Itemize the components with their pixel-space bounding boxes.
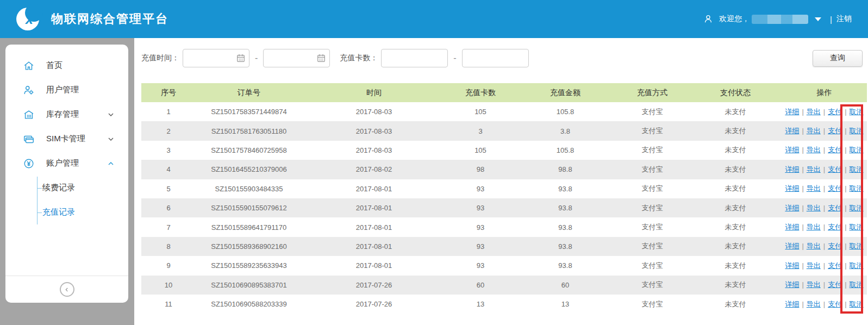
- calendar-icon[interactable]: [316, 53, 327, 64]
- caret-down-icon[interactable]: [815, 17, 821, 21]
- action-export-link[interactable]: 导出: [807, 146, 821, 154]
- cell-method: 支付宝: [615, 160, 689, 179]
- action-export-link[interactable]: 导出: [807, 108, 821, 116]
- card-count-to-input[interactable]: [462, 49, 529, 67]
- action-export-link[interactable]: 导出: [807, 280, 821, 289]
- action-detail-link[interactable]: 详细: [785, 108, 799, 116]
- action-detail-link[interactable]: 详细: [785, 300, 799, 308]
- action-pay-link[interactable]: 支付: [828, 223, 842, 231]
- action-cancel-link[interactable]: 取消: [850, 108, 864, 116]
- cell-card-count: 93: [446, 237, 515, 256]
- recharge-records-table: 序号 订单号 时间 充值卡数 充值金额 充值方式 支付状态 操作 1 SZ150…: [141, 83, 867, 314]
- action-export-link[interactable]: 导出: [807, 165, 821, 173]
- query-button[interactable]: 查询: [813, 50, 863, 67]
- count-range-separator: -: [453, 53, 456, 63]
- action-cancel-link[interactable]: 取消: [850, 146, 864, 154]
- home-icon: [23, 60, 35, 72]
- action-detail-link[interactable]: 详细: [785, 242, 799, 250]
- sidebar-item-account-management[interactable]: 账户管理: [5, 151, 128, 176]
- sidebar-item-label: 用户管理: [46, 85, 79, 95]
- sidebar-subitem-recharge-records[interactable]: 充值记录: [5, 200, 128, 224]
- cell-amount: 93.8: [515, 256, 615, 275]
- action-separator: |: [823, 300, 825, 308]
- cell-actions: 详细|导出|支付|取消: [782, 295, 867, 314]
- action-detail-link[interactable]: 详细: [785, 204, 799, 212]
- action-detail-link[interactable]: 详细: [785, 184, 799, 192]
- action-pay-link[interactable]: 支付: [828, 280, 842, 289]
- action-pay-link[interactable]: 支付: [828, 127, 842, 135]
- action-cancel-link[interactable]: 取消: [850, 223, 864, 231]
- action-pay-link[interactable]: 支付: [828, 146, 842, 154]
- action-export-link[interactable]: 导出: [807, 204, 821, 212]
- cell-actions: 详细|导出|支付|取消: [782, 160, 867, 179]
- action-export-link[interactable]: 导出: [807, 242, 821, 250]
- cell-method: 支付宝: [615, 276, 689, 295]
- action-detail-link[interactable]: 详细: [785, 261, 799, 270]
- action-separator: |: [845, 204, 846, 212]
- action-pay-link[interactable]: 支付: [828, 261, 842, 270]
- action-detail-link[interactable]: 详细: [785, 280, 799, 289]
- username-redacted[interactable]: [752, 15, 808, 24]
- action-export-link[interactable]: 导出: [807, 261, 821, 270]
- action-detail-link[interactable]: 详细: [785, 127, 799, 135]
- action-pay-link[interactable]: 支付: [828, 242, 842, 250]
- action-cancel-link[interactable]: 取消: [850, 300, 864, 308]
- cell-order-no: SZ15017578460725958: [196, 141, 302, 160]
- action-separator: |: [823, 127, 825, 135]
- cell-order-no: SZ15015589235633943: [196, 256, 302, 275]
- action-pay-link[interactable]: 支付: [828, 300, 842, 308]
- action-cancel-link[interactable]: 取消: [850, 242, 864, 250]
- cell-amount: 93.8: [515, 198, 615, 217]
- cell-card-count: 93: [446, 256, 515, 275]
- cell-status: 未支付: [689, 198, 782, 217]
- cell-order-no: SZ15010690588203339: [196, 295, 302, 314]
- cell-date: 2017-08-01: [302, 217, 446, 236]
- sidebar-subitem-renewal-records[interactable]: 续费记录: [5, 176, 128, 200]
- crescent-x-logo-icon: x: [16, 5, 43, 33]
- cell-index: 7: [141, 217, 196, 236]
- action-separator: |: [823, 242, 825, 250]
- action-cancel-link[interactable]: 取消: [850, 184, 864, 192]
- action-cancel-link[interactable]: 取消: [850, 165, 864, 173]
- action-detail-link[interactable]: 详细: [785, 165, 799, 173]
- action-cancel-link[interactable]: 取消: [850, 204, 864, 212]
- cell-actions: 详细|导出|支付|取消: [782, 256, 867, 275]
- calendar-icon[interactable]: [235, 53, 246, 64]
- cell-status: 未支付: [689, 276, 782, 295]
- action-export-link[interactable]: 导出: [807, 300, 821, 308]
- action-cancel-link[interactable]: 取消: [850, 280, 864, 289]
- logout-link[interactable]: 注销: [836, 14, 852, 24]
- sidebar-item-home[interactable]: 首页: [5, 53, 128, 78]
- cell-index: 9: [141, 256, 196, 275]
- action-export-link[interactable]: 导出: [807, 223, 821, 231]
- action-separator: |: [802, 204, 803, 212]
- col-actions: 操作: [782, 83, 867, 102]
- yuan-circle-icon: [23, 158, 35, 170]
- action-cancel-link[interactable]: 取消: [850, 127, 864, 135]
- action-export-link[interactable]: 导出: [807, 184, 821, 192]
- account-submenu: 续费记录 充值记录: [5, 176, 128, 224]
- cell-actions: 详细|导出|支付|取消: [782, 276, 867, 295]
- action-separator: |: [823, 280, 825, 289]
- action-pay-link[interactable]: 支付: [828, 184, 842, 192]
- cell-amount: 13: [515, 295, 615, 314]
- sidebar-collapse-button[interactable]: [60, 282, 74, 297]
- cell-actions: 详细|导出|支付|取消: [782, 141, 867, 160]
- sidebar-item-inventory-management[interactable]: 库存管理: [5, 102, 128, 127]
- action-pay-link[interactable]: 支付: [828, 204, 842, 212]
- sidebar-item-sim-card-management[interactable]: SIM卡管理: [5, 127, 128, 151]
- action-detail-link[interactable]: 详细: [785, 146, 799, 154]
- action-cancel-link[interactable]: 取消: [850, 261, 864, 270]
- table-row: 11 SZ15010690588203339 2017-07-26 13 13 …: [141, 295, 867, 314]
- card-count-from-input[interactable]: [381, 49, 448, 67]
- table-row: 7 SZ15015589641791170 2017-08-01 93 93.8…: [141, 217, 867, 236]
- action-pay-link[interactable]: 支付: [828, 165, 842, 173]
- sidebar-footer: [5, 276, 128, 303]
- sidebar-item-user-management[interactable]: 用户管理: [5, 78, 128, 102]
- action-detail-link[interactable]: 详细: [785, 223, 799, 231]
- cell-actions: 详细|导出|支付|取消: [782, 179, 867, 198]
- col-order-no: 订单号: [196, 83, 302, 102]
- action-export-link[interactable]: 导出: [807, 127, 821, 135]
- action-pay-link[interactable]: 支付: [828, 108, 842, 116]
- cell-amount: 98.8: [515, 160, 615, 179]
